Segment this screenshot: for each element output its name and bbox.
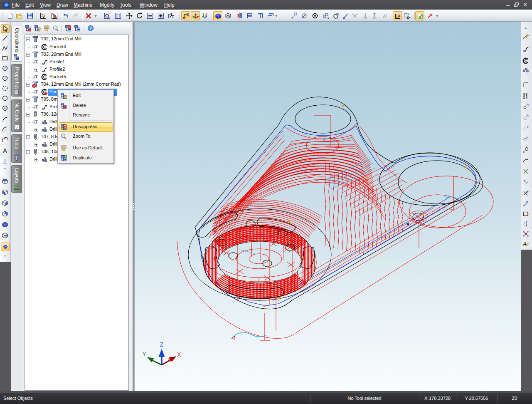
- svg-text:A: A: [3, 147, 7, 154]
- svg-text:?: ?: [89, 26, 92, 31]
- svg-text:1: 1: [524, 221, 525, 224]
- svg-text:Z: Z: [160, 341, 164, 348]
- svg-text:X: X: [177, 351, 181, 358]
- svg-text:2: 2: [524, 224, 525, 227]
- svg-text:A: A: [522, 241, 527, 247]
- svg-text:Y: Y: [142, 351, 146, 357]
